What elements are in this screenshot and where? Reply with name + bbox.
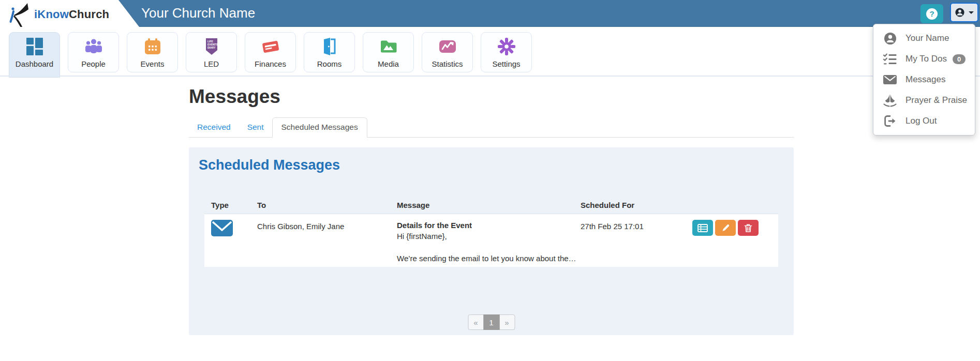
praying-hands-icon [883, 94, 897, 107]
column-header-scheduled-for: Scheduled For [581, 201, 692, 209]
nav-tab-settings[interactable]: Settings [481, 32, 532, 72]
envelope-icon [883, 73, 897, 86]
dashboard-grid-icon [25, 37, 44, 56]
tab-received[interactable]: Received [189, 118, 239, 137]
message-cell: Details for the Event Hi {firstName}, We… [397, 214, 581, 267]
nav-tab-label: Events [141, 59, 165, 68]
nav-tab-label: Media [378, 59, 399, 68]
module-nav: Dashboard People [0, 27, 980, 77]
nav-tab-label: Dashboard [16, 59, 53, 68]
gear-icon [497, 37, 516, 56]
nav-tab-label: LED [204, 59, 219, 68]
nav-tab-people[interactable]: People [68, 32, 119, 72]
scheduled-messages-panel: Scheduled Messages Type To Message Sched… [189, 147, 794, 335]
pagination-page-1[interactable]: 1 [483, 314, 499, 330]
table-row: Chris Gibson, Emily Jane Details for the… [204, 214, 778, 267]
brand-name: iKnowChurch [34, 8, 109, 21]
menu-item-label: Messages [905, 74, 945, 85]
message-subject: Details for the Event [397, 214, 581, 230]
messages-tab-bar: Received Sent Scheduled Messages [189, 117, 794, 138]
nav-tab-media[interactable]: Media [363, 32, 414, 72]
list-details-icon [697, 224, 708, 232]
church-name-title: Your Church Name [141, 0, 255, 27]
logo[interactable]: iKnowChurch [0, 0, 140, 27]
credit-card-icon [261, 37, 280, 56]
menu-item-prayer-praise[interactable]: Prayer & Praise [873, 90, 975, 111]
user-avatar-icon [955, 7, 966, 18]
iknow-church-logo-icon [7, 2, 33, 29]
table-header-row: Type To Message Scheduled For [204, 197, 778, 214]
user-menu-button[interactable] [950, 3, 978, 22]
people-group-icon [84, 37, 103, 56]
page-title: Messages [189, 86, 280, 108]
nav-tab-dashboard[interactable]: Dashboard [9, 32, 60, 78]
nav-tab-label: Rooms [317, 59, 342, 68]
life-events-diary-shield-icon: LIFE EVENTS DIARY [202, 37, 221, 56]
app-root: iKnowChurch Your Church Name ? [0, 0, 980, 361]
menu-item-log-out[interactable]: Log Out [873, 111, 975, 131]
scheduled-messages-table: Type To Message Scheduled For Chris Gibs… [204, 197, 778, 267]
menu-item-your-name[interactable]: Your Name [873, 28, 975, 49]
column-header-message: Message [397, 201, 581, 209]
calendar-icon [143, 37, 162, 56]
view-details-button[interactable] [692, 220, 713, 236]
nav-tab-label: Statistics [432, 59, 463, 68]
menu-item-messages[interactable]: Messages [873, 69, 975, 90]
svg-text:DIARY: DIARY [207, 46, 216, 49]
envelope-icon [211, 220, 233, 236]
pagination-prev-button[interactable]: « [468, 314, 484, 330]
chart-line-icon [438, 37, 457, 56]
nav-tab-label: Settings [492, 59, 520, 68]
tab-scheduled-messages[interactable]: Scheduled Messages [272, 117, 367, 138]
message-preview-line1: Hi {firstName}, [397, 232, 581, 240]
nav-tab-label: Finances [255, 59, 286, 68]
checklist-icon [883, 53, 897, 66]
panel-title: Scheduled Messages [199, 157, 340, 173]
chevron-down-icon [969, 11, 974, 14]
delete-button[interactable] [738, 220, 759, 236]
question-mark-icon: ? [926, 8, 938, 20]
nav-tab-finances[interactable]: Finances [245, 32, 296, 72]
menu-item-label: Prayer & Praise [905, 95, 967, 106]
menu-item-label: Your Name [905, 33, 949, 43]
tab-sent[interactable]: Sent [239, 118, 272, 137]
user-dropdown-menu: Your Name My To Dos 0 [873, 24, 975, 136]
top-header: iKnowChurch Your Church Name ? [0, 0, 980, 27]
pagination-next-button[interactable]: » [499, 314, 515, 330]
open-door-icon [320, 37, 339, 56]
nav-tab-led[interactable]: LIFE EVENTS DIARY LED [186, 32, 237, 72]
column-header-type: Type [204, 201, 257, 209]
scheduled-for-cell: 27th Feb 25 17:01 [581, 214, 692, 267]
edit-button[interactable] [715, 220, 736, 236]
log-out-icon [883, 114, 897, 128]
menu-item-label: My To Dos [905, 54, 947, 64]
brand-suffix: Church [69, 8, 109, 21]
nav-tab-events[interactable]: Events [127, 32, 178, 72]
brand-prefix: iKnow [34, 8, 69, 21]
pencil-icon [721, 223, 730, 232]
user-circle-icon [883, 32, 897, 46]
menu-item-my-to-dos[interactable]: My To Dos 0 [873, 49, 975, 69]
nav-tab-statistics[interactable]: Statistics [422, 32, 473, 72]
column-header-to: To [257, 201, 397, 209]
help-button[interactable]: ? [920, 4, 943, 23]
recipients-cell: Chris Gibson, Emily Jane [257, 214, 397, 267]
nav-tab-rooms[interactable]: Rooms [304, 32, 355, 72]
pagination: « 1 » [468, 314, 515, 330]
todo-count-badge: 0 [953, 54, 966, 64]
message-preview-line2: We’re sending the email to let you know … [397, 254, 581, 263]
nav-tab-label: People [81, 59, 106, 68]
media-folder-icon [379, 37, 398, 56]
menu-item-label: Log Out [905, 116, 937, 126]
trash-icon [744, 223, 753, 233]
